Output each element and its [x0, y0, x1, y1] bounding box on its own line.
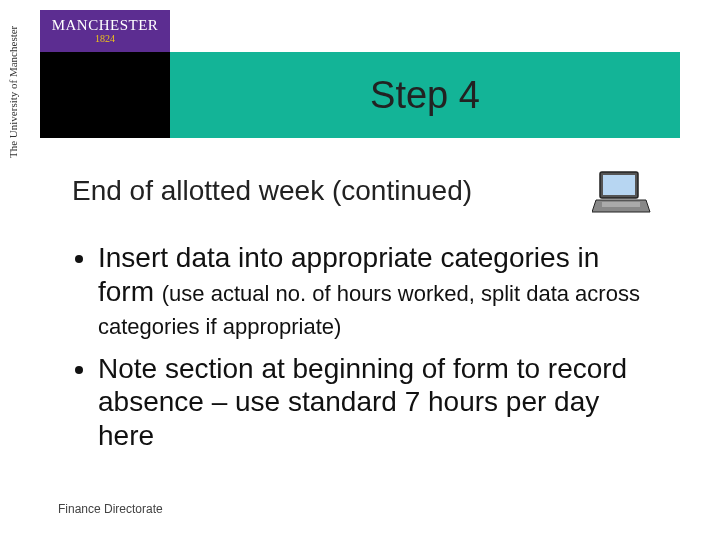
- university-logo: MANCHESTER 1824: [40, 10, 170, 52]
- slide-subheading: End of allotted week (continued): [72, 175, 472, 207]
- slide-header: Step 4: [40, 52, 680, 138]
- logo-line2: 1824: [40, 34, 170, 45]
- bullet-list: Insert data into appropriate categories …: [98, 241, 662, 453]
- svg-rect-1: [603, 175, 635, 195]
- bullet-lead: Note section at beginning of form to rec…: [98, 353, 627, 451]
- slide-content: End of allotted week (continued) Insert …: [72, 175, 662, 463]
- bullet-item: Note section at beginning of form to rec…: [98, 352, 662, 453]
- logo-line1: MANCHESTER: [40, 18, 170, 34]
- laptop-icon: [592, 170, 652, 216]
- bullet-item: Insert data into appropriate categories …: [98, 241, 662, 342]
- logo-sidetext: The University of Manchester: [7, 26, 19, 158]
- bullet-paren: (use actual no. of hours worked, split d…: [98, 281, 640, 340]
- slide-footer: Finance Directorate: [58, 502, 163, 516]
- header-black-block: [40, 52, 170, 138]
- slide-title: Step 4: [370, 74, 480, 117]
- header-green-block: Step 4: [170, 52, 680, 138]
- svg-rect-2: [602, 202, 640, 207]
